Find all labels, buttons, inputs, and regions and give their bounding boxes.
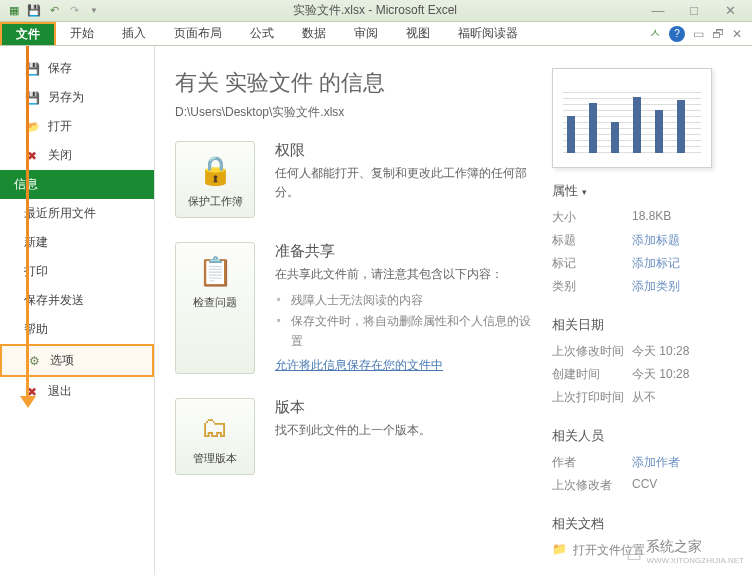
sidebar-options[interactable]: ⚙选项 (0, 344, 154, 377)
check-icon: 📋 (195, 251, 235, 291)
annotation-arrow-head (20, 396, 36, 408)
backstage-view: 💾保存 💾另存为 📂打开 ✖关闭 信息 最近所用文件 新建 打印 保存并发送 帮… (0, 46, 752, 575)
prepare-desc: 在共享此文件前，请注意其包含以下内容： (275, 265, 532, 284)
properties-dropdown[interactable]: 属性 ▾ (552, 182, 732, 200)
maximize-button[interactable]: □ (684, 3, 704, 18)
add-author-field[interactable]: 添加作者 (632, 454, 732, 471)
permissions-heading: 权限 (275, 141, 532, 160)
related-dates-heading: 相关日期 (552, 316, 732, 334)
excel-icon: ▦ (6, 3, 22, 19)
qat-dropdown-icon[interactable]: ▼ (86, 3, 102, 19)
sidebar-help[interactable]: 帮助 (0, 315, 154, 344)
annotation-arrow-line (26, 46, 29, 400)
close-button[interactable]: ✕ (720, 3, 740, 18)
ribbon-collapse-icon[interactable]: ㅅ (649, 25, 661, 42)
info-main-column: 有关 实验文件 的信息 D:\Users\Desktop\实验文件.xlsx 🔒… (175, 68, 552, 553)
save-icon[interactable]: 💾 (26, 3, 42, 19)
sidebar-save[interactable]: 💾保存 (0, 54, 154, 83)
protect-workbook-button[interactable]: 🔒 保护工作簿 (175, 141, 255, 218)
minimize-ribbon-icon[interactable]: ▭ (693, 27, 704, 41)
watermark-text: 系统之家 (646, 538, 744, 556)
versions-block: 🗂 管理版本 版本 找不到此文件的上一个版本。 (175, 398, 532, 475)
prop-label: 标记 (552, 255, 632, 272)
backstage-sidebar: 💾保存 💾另存为 📂打开 ✖关闭 信息 最近所用文件 新建 打印 保存并发送 帮… (0, 46, 155, 575)
prepare-item: 保存文件时，将自动删除属性和个人信息的设置 (275, 311, 532, 352)
button-label: 保护工作簿 (188, 194, 243, 209)
versions-text: 版本 找不到此文件的上一个版本。 (275, 398, 532, 475)
versions-desc: 找不到此文件的上一个版本。 (275, 421, 532, 440)
tab-data[interactable]: 数据 (288, 22, 340, 45)
properties-panel: 属性 ▾ 大小18.8KB 标题添加标题 标记添加标记 类别添加类别 相关日期 … (552, 68, 732, 553)
tab-home[interactable]: 开始 (56, 22, 108, 45)
permissions-desc: 任何人都能打开、复制和更改此工作簿的任何部分。 (275, 164, 532, 202)
prepare-text: 准备共享 在共享此文件前，请注意其包含以下内容： 残障人士无法阅读的内容 保存文… (275, 242, 532, 374)
close-workbook-icon[interactable]: ✕ (732, 27, 742, 41)
versions-icon: 🗂 (195, 407, 235, 447)
manage-versions-button[interactable]: 🗂 管理版本 (175, 398, 255, 475)
house-icon: ⌂ (625, 535, 642, 567)
related-people-heading: 相关人员 (552, 427, 732, 445)
tab-file[interactable]: 文件 (0, 22, 56, 45)
watermark-url: WWW.XITONGZHIJIA.NET (646, 556, 744, 565)
sidebar-open[interactable]: 📂打开 (0, 112, 154, 141)
page-title: 有关 实验文件 的信息 (175, 68, 532, 98)
prepare-share-block: 📋 检查问题 准备共享 在共享此文件前，请注意其包含以下内容： 残障人士无法阅读… (175, 242, 532, 374)
sidebar-save-as[interactable]: 💾另存为 (0, 83, 154, 112)
prepare-item: 残障人士无法阅读的内容 (275, 290, 532, 310)
ribbon-tabs: 文件 开始 插入 页面布局 公式 数据 审阅 视图 福昕阅读器 ㅅ ? ▭ 🗗 … (0, 22, 752, 46)
tab-review[interactable]: 审阅 (340, 22, 392, 45)
prop-label: 上次打印时间 (552, 389, 632, 406)
help-icon[interactable]: ? (669, 26, 685, 42)
tab-formulas[interactable]: 公式 (236, 22, 288, 45)
prop-value: CCV (632, 477, 732, 494)
window-controls: — □ ✕ (648, 3, 752, 18)
prop-label: 作者 (552, 454, 632, 471)
add-category-field[interactable]: 添加类别 (632, 278, 732, 295)
quick-access-toolbar: ▦ 💾 ↶ ↷ ▼ (0, 3, 102, 19)
tab-foxit[interactable]: 福昕阅读器 (444, 22, 532, 45)
redo-icon[interactable]: ↷ (66, 3, 82, 19)
prop-label: 创建时间 (552, 366, 632, 383)
document-thumbnail[interactable] (552, 68, 712, 168)
sidebar-label: 退出 (48, 383, 72, 400)
permissions-block: 🔒 保护工作簿 权限 任何人都能打开、复制和更改此工作簿的任何部分。 (175, 141, 532, 218)
sidebar-save-send[interactable]: 保存并发送 (0, 286, 154, 315)
permissions-text: 权限 任何人都能打开、复制和更改此工作簿的任何部分。 (275, 141, 532, 218)
title-bar: ▦ 💾 ↶ ↷ ▼ 实验文件.xlsx - Microsoft Excel — … (0, 0, 752, 22)
minimize-button[interactable]: — (648, 3, 668, 18)
sidebar-label: 另存为 (48, 89, 84, 106)
sidebar-recent[interactable]: 最近所用文件 (0, 199, 154, 228)
sidebar-label: 选项 (50, 352, 74, 369)
prop-value: 今天 10:28 (632, 343, 732, 360)
sidebar-new[interactable]: 新建 (0, 228, 154, 257)
ribbon-right-controls: ㅅ ? ▭ 🗗 ✕ (649, 22, 752, 45)
sidebar-print[interactable]: 打印 (0, 257, 154, 286)
folder-icon: 📁 (552, 542, 567, 559)
add-title-field[interactable]: 添加标题 (632, 232, 732, 249)
tab-view[interactable]: 视图 (392, 22, 444, 45)
add-tag-field[interactable]: 添加标记 (632, 255, 732, 272)
sidebar-label: 关闭 (48, 147, 72, 164)
prop-value: 今天 10:28 (632, 366, 732, 383)
prop-label: 大小 (552, 209, 632, 226)
restore-window-icon[interactable]: 🗗 (712, 27, 724, 41)
sidebar-label: 最近所用文件 (24, 205, 96, 222)
prop-label: 类别 (552, 278, 632, 295)
watermark: ⌂ 系统之家 WWW.XITONGZHIJIA.NET (625, 535, 744, 567)
undo-icon[interactable]: ↶ (46, 3, 62, 19)
window-title: 实验文件.xlsx - Microsoft Excel (102, 2, 648, 19)
check-issues-button[interactable]: 📋 检查问题 (175, 242, 255, 374)
prop-value: 18.8KB (632, 209, 732, 226)
allow-save-info-link[interactable]: 允许将此信息保存在您的文件中 (275, 357, 443, 374)
tab-insert[interactable]: 插入 (108, 22, 160, 45)
sidebar-info[interactable]: 信息 (0, 170, 154, 199)
button-label: 管理版本 (193, 451, 237, 466)
tab-page-layout[interactable]: 页面布局 (160, 22, 236, 45)
sidebar-label: 保存并发送 (24, 292, 84, 309)
sidebar-close[interactable]: ✖关闭 (0, 141, 154, 170)
file-path: D:\Users\Desktop\实验文件.xlsx (175, 104, 532, 121)
versions-heading: 版本 (275, 398, 532, 417)
chevron-down-icon: ▾ (582, 187, 587, 197)
lock-icon: 🔒 (195, 150, 235, 190)
prepare-heading: 准备共享 (275, 242, 532, 261)
